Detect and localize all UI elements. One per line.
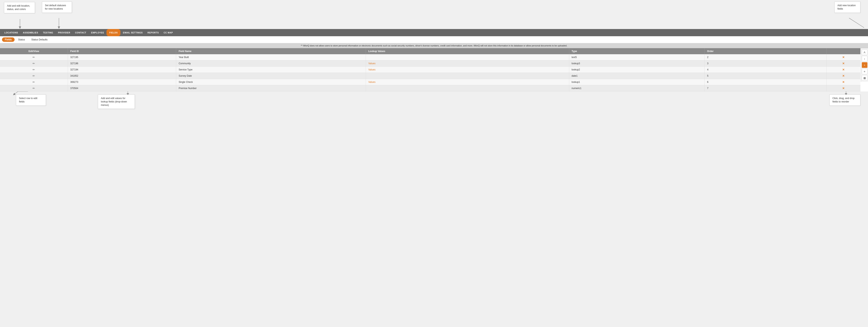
warning-bar: ** iWorQ does not allow users to store p… bbox=[0, 43, 868, 48]
font-icon: A bbox=[864, 51, 865, 54]
tooltip-add-edit-location: Add and edit location, status, and color… bbox=[4, 2, 35, 13]
table-section: Edit/View Field ID Field Name Lookup Val… bbox=[0, 48, 868, 91]
tooltip-add-new-location-fields: Add new location fields bbox=[834, 2, 860, 13]
lookup-values-row2[interactable]: Values bbox=[366, 60, 569, 66]
nav-contact[interactable]: CONTACT bbox=[73, 29, 89, 36]
nav-locations[interactable]: LOCATIONS bbox=[2, 29, 20, 36]
delete-icon-row4[interactable]: ✕ bbox=[842, 74, 845, 78]
type-row4: date1 bbox=[569, 73, 705, 79]
order-row2: 3 bbox=[705, 60, 827, 66]
col-header-field-id: Field ID bbox=[68, 48, 176, 54]
edit-icon-row4[interactable]: ✏ bbox=[33, 74, 35, 78]
order-row1: 2 bbox=[705, 54, 827, 60]
type-row1: text5 bbox=[569, 54, 705, 60]
sort-icon: ↕ bbox=[864, 57, 865, 60]
edit-icon-row5[interactable]: ✏ bbox=[33, 80, 35, 84]
type-row6: numeric1 bbox=[569, 85, 705, 91]
edit-icon-row2[interactable]: ✏ bbox=[33, 62, 35, 65]
lookup-link-row5[interactable]: Values bbox=[368, 81, 375, 83]
field-id-row1: 327195 bbox=[68, 54, 176, 60]
lookup-values-row4 bbox=[366, 73, 569, 79]
tooltip-lookup-values: Add and edit values for lookup fields (d… bbox=[98, 94, 135, 109]
edit-icon-row3[interactable]: ✏ bbox=[33, 68, 35, 71]
table-row[interactable]: ✏ 369273 Single Check Values lookup1 6 ✕ bbox=[0, 79, 860, 85]
field-id-row3: 327194 bbox=[68, 66, 176, 73]
col-header-delete bbox=[827, 48, 860, 54]
field-id-row5: 369273 bbox=[68, 79, 176, 85]
list-button[interactable]: ≡ bbox=[862, 69, 867, 74]
nav-cc-map[interactable]: CC MAP bbox=[161, 29, 175, 36]
tab-status[interactable]: Status bbox=[16, 37, 28, 42]
sub-tabs-bar: Fields Status Status Defaults bbox=[0, 36, 868, 43]
field-id-row4: 341852 bbox=[68, 73, 176, 79]
nav-reports[interactable]: REPORTS bbox=[145, 29, 161, 36]
nav-bar: LOCATIONS ASSEMBLIES TESTING PROVIDER CO… bbox=[0, 29, 868, 36]
table-row[interactable]: ✏ 341852 Survey Date date1 5 ✕ bbox=[0, 73, 860, 79]
delete-icon-row1[interactable]: ✕ bbox=[842, 56, 845, 59]
field-name-row4: Survey Date bbox=[176, 73, 366, 79]
calendar-button[interactable]: ▦ bbox=[862, 75, 867, 81]
field-id-row6: 370564 bbox=[68, 85, 176, 91]
svg-line-4 bbox=[14, 91, 18, 94]
edit-icon-row6[interactable]: ✏ bbox=[33, 87, 35, 90]
field-name-row1: Year Built bbox=[176, 54, 366, 60]
table-row[interactable]: ✏ 327196 Community Values lookup3 3 ✕ bbox=[0, 60, 860, 66]
delete-icon-row5[interactable]: ✕ bbox=[842, 80, 845, 84]
delete-icon-row6[interactable]: ✕ bbox=[842, 87, 845, 90]
nav-assemblies[interactable]: ASSEMBLIES bbox=[20, 29, 40, 36]
tab-status-defaults[interactable]: Status Defaults bbox=[29, 37, 50, 42]
tab-fields[interactable]: Fields bbox=[2, 37, 14, 42]
field-name-row3: Service Type bbox=[176, 66, 366, 73]
font-size-button[interactable]: A bbox=[862, 49, 867, 55]
lookup-values-row5[interactable]: Values bbox=[366, 79, 569, 85]
sort-button[interactable]: ↕ bbox=[862, 56, 867, 61]
nav-provider[interactable]: PROVIDER bbox=[56, 29, 72, 36]
edit-icon-row1[interactable]: ✏ bbox=[33, 56, 35, 59]
list-icon: ≡ bbox=[864, 70, 865, 73]
lookup-link-row2[interactable]: Values bbox=[368, 62, 375, 65]
type-row5: lookup1 bbox=[569, 79, 705, 85]
lookup-values-row3[interactable]: Values bbox=[366, 66, 569, 73]
top-arrows-svg bbox=[0, 0, 868, 29]
type-row3: lookup2 bbox=[569, 66, 705, 73]
calendar-icon: ▦ bbox=[863, 77, 866, 79]
nav-email-settings[interactable]: EMAIL SETTINGS bbox=[120, 29, 145, 36]
col-header-edit: Edit/View bbox=[0, 48, 68, 54]
table-row[interactable]: ✏ 327195 Year Built text5 2 ✕ bbox=[0, 54, 860, 60]
col-header-lookup-values: Lookup Values bbox=[366, 48, 569, 54]
field-name-row5: Single Check bbox=[176, 79, 366, 85]
delete-icon-row2[interactable]: ✕ bbox=[842, 62, 845, 65]
nav-fields[interactable]: FIELDS bbox=[106, 29, 120, 36]
svg-line-2 bbox=[849, 18, 864, 28]
order-row5: 6 bbox=[705, 79, 827, 85]
right-sidebar: A ↕ + ≡ ▦ bbox=[861, 48, 868, 82]
order-row4: 5 bbox=[705, 73, 827, 79]
order-row6: 7 bbox=[705, 85, 827, 91]
lookup-values-row1 bbox=[366, 54, 569, 60]
type-row2: lookup3 bbox=[569, 60, 705, 66]
lookup-link-row3[interactable]: Values bbox=[368, 68, 375, 71]
lookup-values-row6 bbox=[366, 85, 569, 91]
col-header-field-name: Field Name bbox=[176, 48, 366, 54]
tooltip-reorder-fields: Click, drag, and drop fields to reorder bbox=[830, 94, 860, 106]
fields-table: Edit/View Field ID Field Name Lookup Val… bbox=[0, 48, 860, 91]
delete-icon-row3[interactable]: ✕ bbox=[842, 68, 845, 71]
field-name-row6: Premise Number bbox=[176, 85, 366, 91]
col-header-type: Type bbox=[569, 48, 705, 54]
field-id-row2: 327196 bbox=[68, 60, 176, 66]
col-header-order: Order bbox=[705, 48, 827, 54]
table-row[interactable]: ✏ 370564 Premise Number numeric1 7 ✕ bbox=[0, 85, 860, 91]
tooltip-select-row: Select row to edit fields bbox=[16, 94, 46, 106]
nav-testing[interactable]: TESTING bbox=[40, 29, 56, 36]
add-field-button[interactable]: + bbox=[862, 62, 867, 68]
table-row[interactable]: ✏ 327194 Service Type Values lookup2 4 ✕ bbox=[0, 66, 860, 73]
order-row3: 4 bbox=[705, 66, 827, 73]
tooltip-set-default-statuses: Set default statuses for new locations bbox=[42, 2, 72, 13]
add-icon: + bbox=[864, 64, 865, 66]
nav-employee[interactable]: EMPLOYEE bbox=[89, 29, 106, 36]
field-name-row2: Community bbox=[176, 60, 366, 66]
